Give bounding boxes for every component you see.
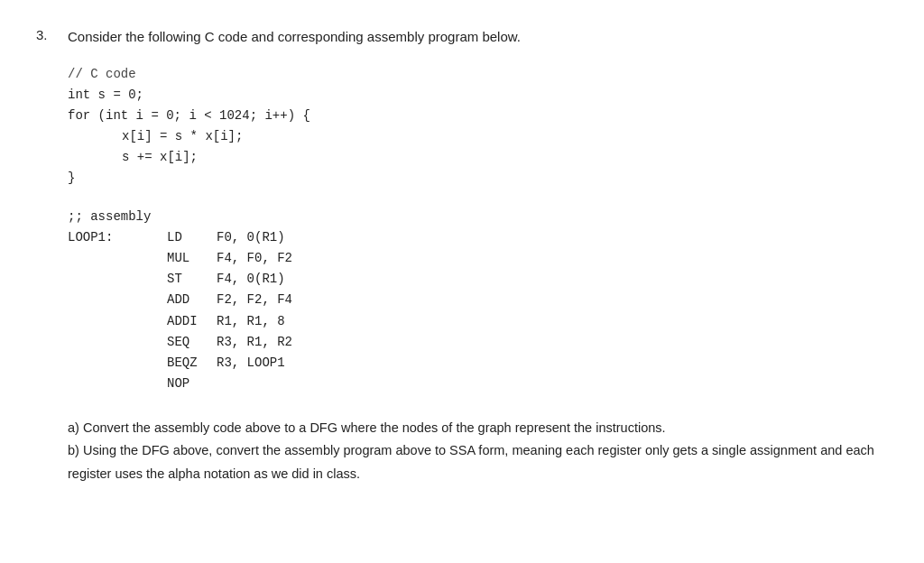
asm-label-4 [68, 311, 167, 332]
asm-mnemonic-2: ST [167, 269, 217, 290]
asm-ops-3: F2, F2, F4 [217, 290, 292, 310]
c-line3: x[i] = s * x[i]; [68, 126, 888, 147]
asm-mnemonic-7: NOP [167, 374, 217, 394]
c-code-block: // C code int s = 0; for (int i = 0; i <… [68, 64, 888, 189]
c-line1: int s = 0; [68, 85, 888, 106]
assembly-block: ;; assembly LOOP1: LD F0, 0(R1) MULF4, F… [68, 207, 888, 394]
asm-comment: ;; assembly [68, 207, 888, 227]
asm-label-2 [68, 269, 167, 290]
asm-mnemonic-3: ADD [167, 290, 217, 310]
c-line4: s += x[i]; [68, 147, 888, 168]
question-container: 3. Consider the following C code and cor… [36, 27, 888, 485]
asm-operands-0: F0, 0(R1) [217, 227, 285, 248]
asm-ops-6: R3, LOOP1 [217, 353, 285, 374]
asm-loop-label: LOOP1: [68, 227, 167, 248]
asm-ops-1: F4, F0, F2 [217, 248, 292, 269]
asm-loop-row: LOOP1: LD F0, 0(R1) [68, 227, 888, 248]
asm-instruction-row-7: NOP [68, 374, 888, 394]
question-number: 3. [36, 27, 59, 42]
asm-instr-0: LD [167, 227, 217, 248]
parts-block: a) Convert the assembly code above to a … [68, 417, 888, 485]
asm-label-6 [68, 353, 167, 374]
asm-ops-4: R1, R1, 8 [217, 311, 285, 332]
question-body: Consider the following C code and corres… [68, 27, 888, 485]
asm-instruction-row-5: SEQR3, R1, R2 [68, 332, 888, 353]
asm-instruction-row-2: STF4, 0(R1) [68, 269, 888, 290]
asm-instruction-row-4: ADDIR1, R1, 8 [68, 311, 888, 332]
asm-label-5 [68, 332, 167, 353]
asm-mnemonic-6: BEQZ [167, 353, 217, 374]
asm-ops-5: R3, R1, R2 [217, 332, 292, 353]
question-header: Consider the following C code and corres… [68, 27, 888, 48]
asm-mnemonic-5: SEQ [167, 332, 217, 353]
asm-mnemonic-1: MUL [167, 248, 217, 269]
asm-label-1 [68, 248, 167, 269]
asm-instruction-row-1: MULF4, F0, F2 [68, 248, 888, 269]
c-line5: } [68, 168, 888, 189]
asm-instruction-row-6: BEQZR3, LOOP1 [68, 353, 888, 374]
part-a: a) Convert the assembly code above to a … [68, 417, 888, 439]
asm-instruction-row-3: ADDF2, F2, F4 [68, 290, 888, 310]
asm-ops-2: F4, 0(R1) [217, 269, 285, 290]
asm-label-3 [68, 290, 167, 310]
c-comment: // C code [68, 64, 888, 85]
asm-mnemonic-4: ADDI [167, 311, 217, 332]
asm-label-7 [68, 374, 167, 394]
c-line2: for (int i = 0; i < 1024; i++) { [68, 106, 888, 126]
part-b: b) Using the DFG above, convert the asse… [68, 439, 888, 485]
